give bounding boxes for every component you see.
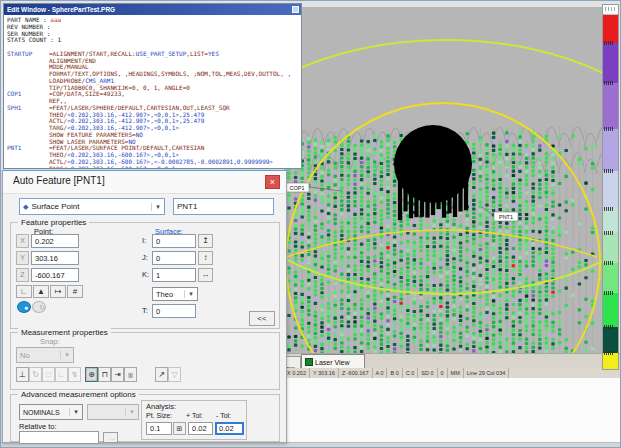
status-bar: X 0.202Y 303.16Z -600.167A 0B 0C 0SD 00M… [284, 368, 621, 378]
measurement-properties-legend: Measurement properties [18, 328, 111, 337]
secondary-combo: ▾ [87, 404, 139, 420]
offset-vector-button[interactable]: ↔ [198, 268, 213, 282]
colorbar-segment [603, 129, 618, 171]
status-field: Y 303.16 [310, 368, 339, 378]
edit-window-titlebar: Edit Window - SpherePartTest.PRG [4, 4, 301, 15]
tab-laser-view-label: Laser View [315, 359, 350, 366]
z-coordinate-input[interactable] [31, 268, 79, 282]
regenerate-button[interactable]: ↻ [32, 301, 46, 313]
view-tabbar: iew Laser View [284, 353, 621, 369]
advanced-options-legend: Advanced measurement options [18, 390, 139, 399]
k-label: K: [142, 270, 149, 279]
analysis-box: Analysis: Pt. Size: + Tol: - Tol: ⊞ [141, 400, 247, 440]
edit-window-title: Edit Window - SpherePartTest.PRG [7, 6, 115, 13]
measure-toggle-button[interactable]: ● [17, 301, 31, 313]
measurement-properties-group: Measurement properties Snap: No ▾ ⊥ ↻ □ … [10, 332, 280, 390]
boxarrow-button[interactable]: ⇥ [111, 367, 124, 382]
j-label: J: [142, 253, 148, 262]
relative-to-input[interactable] [19, 431, 99, 444]
z-axis-label: Z [16, 268, 29, 282]
colorbar-segment [603, 171, 618, 209]
status-field: MM [448, 368, 464, 378]
feature-type-combo[interactable]: ◆ Surface Point ▾ [19, 198, 165, 215]
i-vector-input[interactable] [152, 234, 196, 248]
colorbar-header [603, 5, 618, 15]
t-label: T: [142, 306, 148, 315]
point-size-icon-button[interactable]: ⊞ [173, 422, 186, 435]
code-label: SPH1 [7, 105, 49, 112]
feature-properties-legend: Feature properties [18, 218, 89, 227]
code-text: YES [208, 50, 219, 57]
vector-jump-button[interactable]: ↗ [155, 367, 168, 382]
level-button[interactable]: ⊓ [98, 367, 111, 382]
browse-button[interactable]: ... [103, 432, 118, 443]
feature-name-input[interactable] [173, 198, 274, 215]
workplane-button[interactable]: ∟ [16, 285, 32, 298]
chevron-down-icon: ▾ [69, 408, 82, 416]
colorbar-segment [603, 83, 618, 129]
plus-tol-input[interactable] [188, 422, 213, 435]
deviation-colorbar [602, 4, 619, 370]
pattern-button[interactable]: # [67, 285, 83, 298]
j-vector-input[interactable] [152, 251, 196, 265]
relative-to-label: Relative to: [19, 422, 57, 431]
corner-button[interactable]: ∟ [55, 367, 68, 382]
code-label: PNT1 [7, 145, 49, 152]
chevron-down-icon: ▾ [125, 408, 138, 416]
status-field: SD 0 [418, 368, 437, 378]
status-field: X 0.202 [284, 368, 310, 378]
t-value-input[interactable] [152, 304, 196, 318]
laser-3d-viewport[interactable]: COP1PNT1 [284, 7, 602, 353]
code-text: NO [136, 131, 143, 138]
target-mode-button[interactable]: ⊕ [85, 367, 98, 382]
status-field: B 0 [387, 368, 402, 378]
status-field: 0 [438, 368, 448, 378]
status-field: A 0 [373, 368, 388, 378]
collapse-button[interactable]: << [249, 311, 275, 326]
theo-mode-combo[interactable]: Theo ▾ [152, 287, 198, 301]
laser-view-canvas: COP1PNT1 [284, 7, 602, 353]
feature-type-label: Surface Point [28, 202, 151, 211]
svg-text:PNT1: PNT1 [499, 214, 513, 220]
find-nominals-button[interactable]: ▲ [33, 285, 49, 298]
pierce-vector-button[interactable]: ↕ [198, 251, 213, 265]
close-icon[interactable]: × [265, 175, 280, 189]
chevron-down-icon: ▾ [60, 351, 73, 359]
theo-mode-label: Theo [153, 290, 184, 299]
x-coordinate-input[interactable] [31, 234, 79, 248]
zigzag-button[interactable]: ↯ [68, 367, 81, 382]
colorbar-segment [603, 353, 618, 369]
pt-size-input[interactable] [146, 422, 172, 435]
minus-tol-input[interactable] [215, 422, 244, 435]
y-coordinate-input[interactable] [31, 251, 79, 265]
box-button[interactable]: □ [42, 367, 55, 382]
status-field: C 0 [403, 368, 419, 378]
nominals-value: NOMINALS [20, 409, 69, 416]
code-line: REV NUMBER : [7, 24, 299, 31]
rotate-button[interactable]: ↻ [29, 367, 42, 382]
colorbar-segments [603, 15, 618, 369]
probe-mode-button[interactable]: ⊥ [16, 367, 29, 382]
pt-size-label: Pt. Size: [146, 412, 172, 419]
dialog-title: Auto Feature [PNT1] [13, 175, 105, 186]
auto-feature-dialog: Auto Feature [PNT1] × ◆ Surface Point ▾ … [2, 170, 287, 443]
snap-value: No [17, 351, 60, 360]
tab-laser-view[interactable]: Laser View [301, 354, 365, 369]
laser-view-icon [305, 358, 313, 366]
chevron-down-icon: ▾ [184, 290, 197, 298]
normal-vector-button[interactable]: ↥ [198, 234, 213, 248]
code-text: STATS COUNT : 1 [7, 36, 61, 43]
code-text: TARG/ [49, 165, 67, 169]
code-lines[interactable]: PART NAME : aaaREV NUMBER : SER NUMBER :… [4, 15, 301, 168]
k-vector-input[interactable] [152, 268, 196, 282]
analysis-label: Analysis: [146, 402, 176, 411]
colorbar-segment [603, 15, 618, 43]
reorder-button[interactable]: ↦ [50, 285, 66, 298]
nominals-combo[interactable]: NOMINALS ▾ [19, 404, 83, 420]
filter-button[interactable]: ▽ [168, 367, 181, 382]
multi-hit-button[interactable]: ||| [124, 367, 137, 382]
y-axis-label: Y [16, 251, 29, 265]
snap-label: Snap: [40, 337, 60, 346]
code-line: PART NAME : aaa [7, 17, 299, 24]
edit-window-control-button[interactable] [292, 6, 299, 13]
